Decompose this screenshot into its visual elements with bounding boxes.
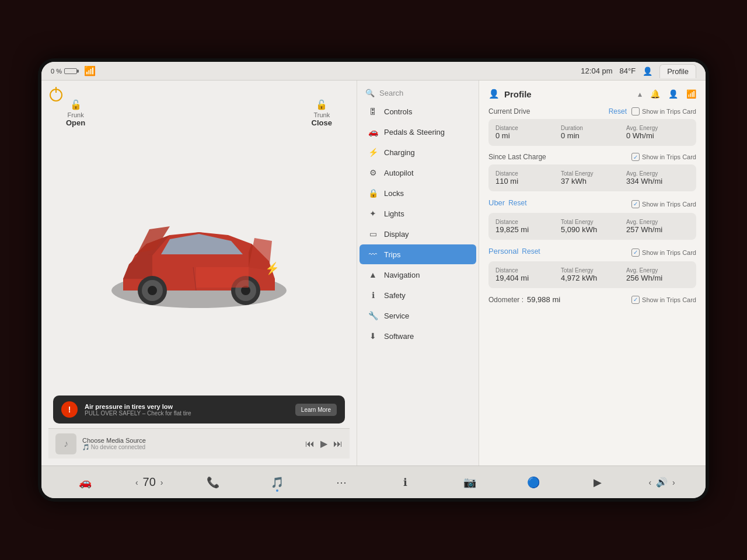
since-last-charge-checkbox[interactable]: ✓	[631, 153, 640, 161]
taskbar-music[interactable]: 🎵	[245, 472, 309, 493]
current-drive-section: Current Drive Reset Show in Trips Card D…	[488, 107, 696, 146]
taskbar-volume[interactable]: ‹ 🔊 ›	[630, 477, 694, 488]
charging-lightning-icon: ⚡	[265, 261, 280, 275]
personal-name[interactable]: Personal	[488, 247, 518, 256]
uber-avg-energy-value: 257 Wh/mi	[626, 225, 689, 234]
personal-checkbox[interactable]: ✓	[631, 249, 640, 257]
odometer-checkbox[interactable]: ✓	[631, 296, 640, 304]
pedals-icon: 🚗	[368, 127, 378, 136]
menu-item-locks[interactable]: 🔒 Locks	[359, 183, 476, 203]
temperature-display: 84°F	[620, 66, 636, 75]
uber-stats: Distance 19,825 mi Total Energy 5,090 kW…	[488, 213, 696, 240]
uber-section: Uber Reset ✓ Show in Trips Card Distance…	[488, 198, 696, 240]
current-drive-header: Current Drive Reset Show in Trips Card	[488, 107, 696, 116]
profile-person-icon: 👤	[488, 89, 500, 99]
personal-show-label: Show in Trips Card	[642, 249, 696, 256]
menu-item-safety[interactable]: ℹ Safety	[359, 285, 476, 305]
learn-more-button[interactable]: Learn More	[295, 404, 337, 416]
menu-item-trips[interactable]: 〰 Trips	[359, 244, 476, 264]
charging-icon: ⚡	[368, 148, 378, 157]
search-label: Search	[379, 89, 403, 97]
trunk-status[interactable]: Close	[312, 118, 332, 127]
pedals-label: Pedals & Steering	[384, 128, 445, 136]
main-content: 🔓 Frunk Open 🔓 Trunk Close	[41, 80, 706, 466]
slc-avg-energy-label: Avg. Energy	[626, 170, 689, 177]
menu-item-autopilot[interactable]: ⚙ Autopilot	[359, 163, 476, 183]
taskbar-phone[interactable]: 📞	[181, 472, 246, 493]
taskbar-camera[interactable]: 📷	[438, 472, 502, 493]
charging-label: Charging	[384, 148, 415, 157]
uber-name[interactable]: Uber	[488, 198, 505, 207]
taskbar-video[interactable]: ▶	[566, 472, 630, 493]
car-image-area: ⚡	[48, 127, 350, 396]
media-title[interactable]: Choose Media Source	[82, 437, 299, 444]
stat-energy-value: 0 Wh/mi	[626, 131, 689, 140]
odometer-value: 59,988 mi	[527, 295, 560, 304]
personal-avg-energy-label: Avg. Energy	[626, 267, 689, 274]
odometer-label: Odometer :	[488, 296, 523, 304]
uber-distance-value: 19,825 mi	[495, 225, 558, 234]
search-row[interactable]: 🔍 Search	[357, 85, 479, 101]
profile-tab[interactable]: Profile	[659, 64, 696, 78]
bell-icon[interactable]: 🔔	[650, 89, 660, 99]
controls-label: Controls	[384, 107, 412, 116]
locks-icon: 🔒	[368, 188, 378, 198]
speed-up-arrow[interactable]: ›	[160, 478, 163, 487]
camera-icon: 📷	[459, 472, 480, 493]
navigation-label: Navigation	[384, 271, 420, 279]
menu-item-display[interactable]: ▭ Display	[359, 224, 476, 244]
lights-label: Lights	[384, 209, 404, 218]
menu-item-software[interactable]: ⬇ Software	[359, 326, 476, 346]
uber-reset[interactable]: Reset	[508, 199, 526, 207]
uber-avg-energy: Avg. Energy 257 Wh/mi	[626, 219, 689, 234]
uber-label-row: Uber Reset	[488, 198, 527, 207]
trunk-label: 🔓 Trunk Close	[312, 99, 332, 127]
menu-item-service[interactable]: 🔧 Service	[359, 306, 476, 326]
menu-item-lights[interactable]: ✦ Lights	[359, 204, 476, 223]
since-last-charge-section: Since Last Charge ✓ Show in Trips Card D…	[488, 153, 696, 191]
battery-percent: 0 %	[51, 68, 62, 75]
taskbar-speed[interactable]: ‹ 70 ›	[117, 475, 181, 489]
volume-display: ‹ 🔊 ›	[648, 477, 675, 488]
menu-item-navigation[interactable]: ▲ Navigation	[359, 265, 476, 285]
autopilot-label: Autopilot	[384, 169, 414, 177]
uber-avg-energy-label: Avg. Energy	[626, 219, 689, 225]
vol-left-arrow[interactable]: ‹	[648, 478, 651, 487]
safety-label: Safety	[384, 291, 406, 300]
taskbar-info[interactable]: ℹ	[374, 472, 438, 493]
person-icon: 👤	[643, 66, 652, 76]
car-icon: 🚗	[75, 472, 96, 493]
play-pause-icon[interactable]: ▶	[320, 438, 327, 449]
current-drive-reset[interactable]: Reset	[609, 107, 627, 116]
stat-energy-label: Avg. Energy	[626, 125, 689, 131]
uber-header: Uber Reset ✓ Show in Trips Card	[488, 198, 696, 209]
personal-section: Personal Reset ✓ Show in Trips Card Dist…	[488, 247, 696, 288]
stat-distance-value: 0 mi	[495, 131, 558, 140]
profile-title: 👤 Profile	[488, 89, 532, 99]
taskbar-car[interactable]: 🚗	[53, 472, 117, 493]
menu-item-controls[interactable]: 🎛 Controls	[359, 102, 476, 121]
taskbar-bluetooth[interactable]: 🔵	[502, 472, 566, 493]
vol-right-arrow[interactable]: ›	[672, 478, 675, 487]
navigation-icon: ▲	[368, 270, 378, 279]
personal-distance-label: Distance	[495, 267, 558, 274]
frunk-status: Open	[66, 118, 85, 127]
safety-icon: ℹ	[368, 290, 378, 300]
next-track-icon[interactable]: ⏭	[333, 439, 343, 449]
time-display: 12:04 pm	[581, 66, 612, 75]
slc-energy-total-value: 37 kWh	[561, 177, 624, 186]
uber-checkbox[interactable]: ✓	[631, 200, 640, 208]
current-drive-checkbox[interactable]	[631, 107, 640, 116]
prev-track-icon[interactable]: ⏮	[305, 439, 315, 449]
alert-bar: ! Air pressure in tires very low PULL OV…	[53, 396, 345, 424]
speed-value: 70	[143, 475, 156, 489]
personal-show-trips: ✓ Show in Trips Card	[631, 249, 696, 257]
service-icon: 🔧	[368, 311, 378, 320]
menu-item-pedals[interactable]: 🚗 Pedals & Steering	[359, 122, 476, 142]
stat-duration-label: Duration	[561, 125, 624, 131]
power-icon[interactable]	[50, 89, 62, 102]
speed-down-arrow[interactable]: ‹	[135, 478, 138, 487]
personal-reset[interactable]: Reset	[522, 247, 540, 256]
taskbar-apps[interactable]: ⋯	[309, 472, 374, 493]
menu-item-charging[interactable]: ⚡ Charging	[359, 142, 476, 162]
